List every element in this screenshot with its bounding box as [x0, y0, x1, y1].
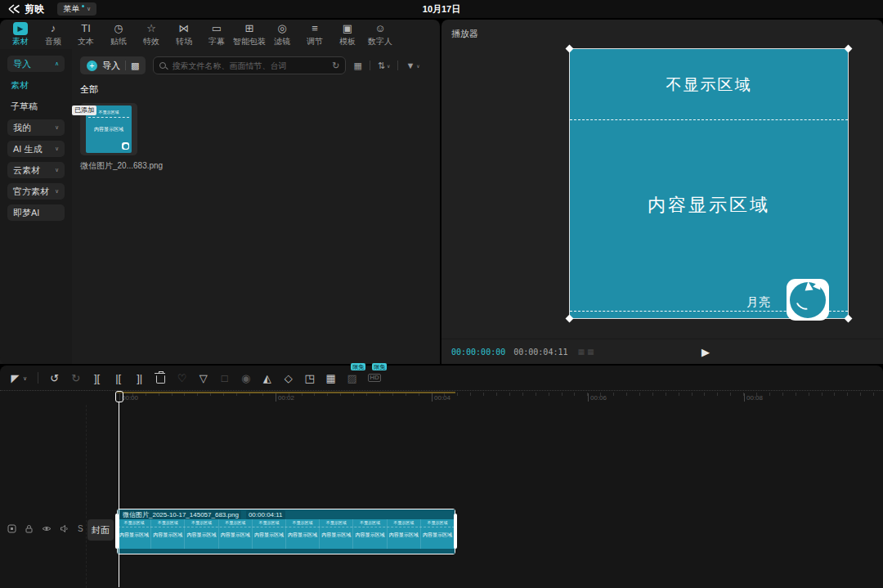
cover-button[interactable]: 封面 [87, 519, 114, 541]
cat-logo-icon [790, 282, 826, 318]
menu-button[interactable]: 菜单 ∨ [57, 2, 96, 16]
tool-glyph: ▨ [347, 373, 356, 384]
ribbon-tabs: ▶ 素材 ♪ 音频 TI 文本 ◷ 贴纸 ☆ 特效 ⋈ 转场 ▭ 字幕 ⊞ [0, 20, 440, 49]
tab-effects[interactable]: ☆ 特效 [136, 21, 167, 47]
preview-top-label: 不显示区域 [570, 74, 848, 96]
filmstrip-tile: 不显示区域 内容显示区域 [118, 519, 151, 549]
smart-split-icon[interactable]: □ [219, 370, 230, 386]
media-sidebar: 导入 ∧ 素材 子草稿 我的 ∨ AI 生成 ∨ 云素材 ∨ [0, 49, 72, 364]
media-thumbnail[interactable]: 已添加 不显示区域 内容显示区域 [80, 103, 137, 155]
sidebar-item-import[interactable]: 导入 ∧ [7, 56, 65, 72]
filter-button[interactable]: ▼∨ [406, 61, 419, 70]
timeline-ruler[interactable]: 00:0000:0200:0400:0600:08 [0, 390, 883, 406]
transform-icon[interactable]: ▦ [325, 370, 336, 386]
tab-smart-pack[interactable]: ⊞ 智能包装 [234, 21, 265, 47]
timeline-clip[interactable]: 微信图片_2025-10-17_145057_683.png 00:00:04:… [117, 509, 455, 554]
sidebar-item-subdraft[interactable]: 子草稿 [7, 98, 65, 114]
sidebar-item-chevron: ∨ [55, 167, 59, 173]
mirror-icon[interactable]: ◭ [262, 370, 272, 386]
sidebar-item-official[interactable]: 官方素材 ∨ [7, 183, 65, 200]
sidebar-item-jimeng[interactable]: 即梦AI [7, 204, 65, 221]
clip-trim-handle-right[interactable] [454, 514, 457, 549]
sidebar-item-media[interactable]: 素材 [7, 77, 65, 93]
selection-handle-bottom-left[interactable] [566, 315, 574, 323]
rotate-icon[interactable]: ◇ [283, 370, 294, 386]
tab-captions[interactable]: ▭ 字幕 [201, 21, 232, 47]
delete-right-icon[interactable]: ]| [134, 370, 145, 386]
media-filename: 微信图片_20...683.png [80, 160, 137, 172]
sidebar-item-cloud[interactable]: 云素材 ∨ [7, 162, 65, 178]
lock-icon[interactable] [25, 524, 34, 533]
toolbar-divider[interactable] [38, 372, 38, 384]
tab-sticker[interactable]: ◷ 贴纸 [103, 21, 134, 47]
divider [397, 61, 398, 70]
ribbon-tab-label: 素材 [12, 36, 29, 47]
ribbon-tab-icon: TI [78, 21, 93, 35]
play-button[interactable]: ▶ [701, 346, 710, 358]
undo-icon[interactable]: ↺ [49, 370, 60, 386]
ruler-label: 00:08 [746, 394, 763, 402]
mask-icon[interactable]: ▽ [198, 370, 208, 386]
clip-header: 微信图片_2025-10-17_145057_683.png 00:00:04:… [118, 509, 455, 519]
tile-text-mid: 内容显示区域 [286, 532, 319, 539]
freeze-frame-icon[interactable]: ♡ [177, 370, 187, 386]
select-tool-chevron[interactable]: ∨ [23, 370, 27, 386]
filmstrip-tile: 不显示区域 内容显示区域 [421, 519, 455, 549]
selection-handle-bottom-right[interactable] [845, 315, 853, 323]
tab-media[interactable]: ▶ 素材 [5, 22, 36, 47]
delete-left-icon[interactable]: |[ [113, 370, 123, 386]
tab-filters[interactable]: ◎ 滤镜 [267, 21, 298, 47]
tile-text-mid: 内容显示区域 [353, 532, 386, 539]
preview-canvas[interactable]: 不显示区域 内容显示区域 月亮 [570, 49, 848, 318]
frame-grid-icons[interactable]: ▦▦ [577, 348, 596, 356]
visibility-eye-icon[interactable] [42, 524, 52, 533]
tool-glyph: HD [368, 374, 381, 382]
import-button[interactable]: + 导入 ▩ [80, 56, 146, 74]
sidebar-item-chevron: ∧ [55, 61, 59, 67]
split-icon[interactable]: ][ [92, 370, 102, 386]
sidebar-item-mine[interactable]: 我的 ∨ [7, 119, 65, 136]
tab-adjust[interactable]: ≡ 调节 [299, 21, 330, 47]
tab-templates[interactable]: ▣ 模板 [332, 21, 363, 47]
app-logo: 剪映 [8, 2, 44, 16]
layout-grid-icon[interactable]: ▦ [353, 61, 361, 71]
media-body: 导入 ∧ 素材 子草稿 我的 ∨ AI 生成 ∨ 云素材 ∨ [0, 49, 440, 364]
tool-glyph: ◭ [263, 373, 271, 384]
clip-footer-band [118, 549, 455, 554]
menu-label: 菜单 [63, 3, 79, 15]
media-panel: ▶ 素材 ♪ 音频 TI 文本 ◷ 贴纸 ☆ 特效 ⋈ 转场 ▭ 字幕 ⊞ [0, 20, 440, 364]
capcut-window: 剪映 菜单 ∨ 10月17日 ▶ 素材 ♪ 音频 TI 文本 ◷ 贴纸 [0, 0, 883, 588]
hd-enhance-icon[interactable]: HD 限免 [368, 370, 381, 386]
smart-matting-icon[interactable]: ▨ 限免 [347, 370, 357, 386]
player-panel: 播放器 不显示区域 内容显示区域 月亮 00:00:00:00 00:00:04… [441, 20, 883, 364]
refresh-icon[interactable]: ↻ [332, 61, 339, 71]
ruler-label: 00:02 [278, 394, 294, 402]
tab-text[interactable]: TI 文本 [70, 21, 101, 47]
sort-button[interactable]: ⇅∨ [378, 61, 391, 71]
chevron-down-icon: ∨ [87, 6, 91, 12]
media-item[interactable]: 已添加 不显示区域 内容显示区域 微信图片_20...683.png [80, 103, 137, 172]
sidebar-item-ai[interactable]: AI 生成 ∨ [7, 141, 65, 157]
tile-text-top: 不显示区域 [353, 520, 386, 525]
select-tool-icon[interactable]: ◤ [10, 370, 20, 386]
qr-import-icon[interactable]: ▩ [131, 61, 139, 71]
free-badge: 限免 [351, 363, 365, 370]
tab-audio[interactable]: ♪ 音频 [38, 21, 69, 47]
playhead[interactable] [115, 391, 123, 402]
solo-track-button[interactable]: S [78, 524, 83, 533]
media-search[interactable]: ↻ [153, 56, 346, 74]
ribbon-tab-label: 音频 [45, 36, 61, 47]
search-input[interactable] [170, 61, 328, 71]
redo-icon[interactable]: ↻ [70, 370, 81, 386]
tab-transition[interactable]: ⋈ 转场 [168, 21, 199, 47]
tile-text-top: 不显示区域 [185, 520, 217, 525]
divider [370, 61, 370, 70]
category-all[interactable]: 全部 [80, 83, 432, 96]
delete-icon[interactable] [155, 370, 166, 386]
loop-play-icon[interactable]: ◉ [240, 370, 251, 386]
mute-speaker-icon[interactable] [60, 524, 69, 533]
tab-avatar[interactable]: ☺ 数字人 [365, 21, 396, 47]
ribbon-tab-label: 文本 [78, 36, 94, 47]
crop-icon[interactable]: ◳ [304, 370, 315, 386]
main-track-magnet-icon[interactable] [7, 524, 16, 533]
